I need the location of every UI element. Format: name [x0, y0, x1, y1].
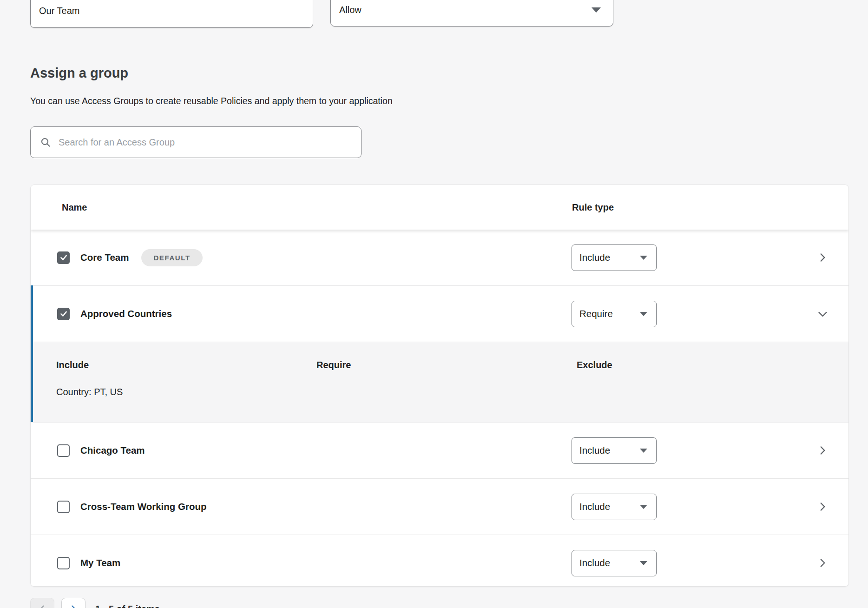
policy-name-input[interactable]	[30, 0, 313, 28]
rule-type-select[interactable]: Include	[572, 245, 657, 271]
action-select-value: Allow	[339, 5, 362, 15]
column-header-name: Name	[62, 202, 87, 213]
table-row-chicago-team[interactable]: Chicago Team Include	[31, 422, 848, 478]
dropdown-arrow-icon	[640, 561, 647, 565]
table-row-cross-team-working-group[interactable]: Cross-Team Working Group Include	[31, 478, 848, 535]
detail-header-exclude: Exclude	[577, 360, 612, 370]
row-checkbox-unchecked[interactable]	[57, 501, 70, 513]
table-row-core-team[interactable]: Core Team DEFAULT Include	[31, 230, 848, 285]
group-name: Cross-Team Working Group	[80, 501, 206, 512]
search-icon	[40, 137, 51, 148]
table-header: Name Rule type	[31, 185, 848, 230]
chevron-down-icon[interactable]	[816, 307, 829, 320]
dropdown-arrow-icon	[640, 312, 647, 316]
chevron-left-icon	[37, 604, 47, 608]
row-checkbox-unchecked[interactable]	[57, 444, 70, 457]
group-name: Chicago Team	[80, 445, 145, 456]
chevron-right-icon[interactable]	[816, 556, 829, 569]
group-name: Core Team	[80, 252, 129, 263]
rule-type-select[interactable]: Include	[572, 437, 657, 464]
dropdown-arrow-icon	[592, 7, 601, 13]
checkmark-icon	[59, 253, 68, 262]
row-checkbox-unchecked[interactable]	[57, 557, 70, 569]
dropdown-arrow-icon	[640, 256, 647, 260]
access-groups-table: Name Rule type Core Team DEFAULT Include	[30, 185, 849, 587]
row-checkbox-checked[interactable]	[57, 308, 70, 320]
pagination-summary: 1 - 5 of 5 items	[95, 604, 160, 608]
table-row-approved-countries[interactable]: Approved Countries Require	[33, 285, 848, 342]
rule-type-select[interactable]: Require	[572, 301, 657, 327]
group-rule-details: Include Require Exclude Country: PT, US	[33, 342, 848, 422]
expanded-group-container: Approved Countries Require Include Requi…	[31, 285, 848, 422]
chevron-right-icon[interactable]	[816, 251, 829, 264]
section-description: You can use Access Groups to create reus…	[30, 96, 393, 106]
rule-type-select[interactable]: Include	[572, 494, 657, 520]
previous-page-button[interactable]	[30, 598, 54, 608]
column-header-rule-type: Rule type	[572, 202, 614, 213]
rule-type-value: Include	[579, 501, 610, 512]
detail-header-include: Include	[56, 360, 89, 370]
dropdown-arrow-icon	[640, 449, 647, 453]
rule-type-value: Require	[579, 308, 613, 319]
row-checkbox-checked[interactable]	[57, 251, 70, 264]
section-title: Assign a group	[30, 66, 128, 81]
group-name: My Team	[80, 557, 120, 568]
rule-type-select[interactable]: Include	[572, 550, 657, 576]
rule-type-value: Include	[579, 557, 610, 568]
action-select[interactable]: Allow	[330, 0, 613, 26]
chevron-right-icon[interactable]	[816, 500, 829, 513]
pagination: 1 - 5 of 5 items	[30, 598, 160, 608]
default-badge: DEFAULT	[141, 249, 202, 266]
table-row-my-team[interactable]: My Team Include	[31, 535, 848, 587]
access-group-search[interactable]	[30, 126, 362, 158]
group-name: Approved Countries	[80, 308, 172, 319]
chevron-right-icon[interactable]	[816, 444, 829, 457]
checkmark-icon	[59, 310, 68, 318]
chevron-right-icon	[68, 604, 79, 608]
search-input[interactable]	[58, 137, 352, 148]
next-page-button[interactable]	[61, 598, 85, 608]
rule-type-value: Include	[579, 252, 610, 263]
dropdown-arrow-icon	[640, 505, 647, 509]
rule-type-value: Include	[579, 445, 610, 456]
detail-header-require: Require	[316, 360, 351, 370]
include-rule-value: Country: PT, US	[56, 387, 123, 397]
